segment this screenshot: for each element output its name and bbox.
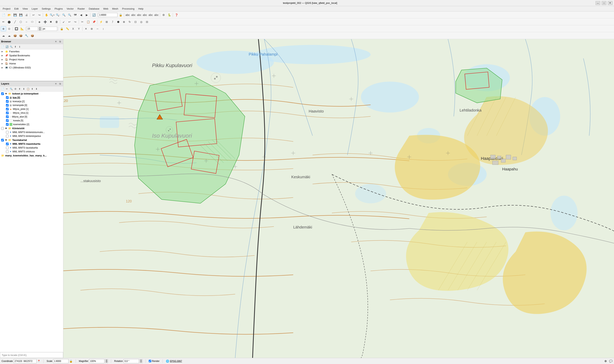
layer-koe[interactable]: ▦ koe [0] [0, 96, 63, 100]
layer-taustakartta-check[interactable] [6, 146, 9, 149]
magnifier-down[interactable]: ▼ [105, 361, 108, 363]
rotation-up[interactable]: ▲ [140, 359, 142, 361]
menu-web[interactable]: Web [101, 7, 110, 11]
lock-scale-btn[interactable]: 🔒 [118, 13, 123, 17]
menu-edit[interactable]: Edit [12, 7, 20, 11]
layer-koesarja[interactable]: ▦ koesarja [2] [0, 100, 63, 103]
layer-wmts-tunnuks[interactable]: ✦ MML WMTS kiinteistotunnuks... [0, 130, 63, 134]
adv-snap-btn[interactable]: 🔲 [14, 26, 19, 31]
render-checkbox[interactable] [149, 360, 151, 362]
layer-liittyva-piste[interactable]: ▲ liittyva_piste [1] [0, 107, 63, 111]
digitize-polygon-btn[interactable]: ⬡ [18, 19, 23, 24]
scale-input[interactable] [98, 13, 117, 17]
layer-liittyva-piste-check[interactable] [6, 108, 9, 110]
layers-up-btn[interactable]: ⬆ [18, 87, 22, 91]
save-as-btn[interactable]: 💾 [18, 13, 23, 17]
group-taustakartat[interactable]: ▼ 📁 Taustakartat [0, 138, 63, 142]
browser-info-btn[interactable]: ℹ [18, 45, 22, 49]
layers-settings-btn[interactable]: ⚙ [14, 87, 17, 91]
delete-feature-btn[interactable]: 🗑 [54, 19, 59, 24]
label-tool5-btn[interactable]: abc [148, 13, 153, 17]
coordinate-input[interactable] [14, 359, 37, 363]
layer-many-koe[interactable]: 📁 many_koemetsikko_has_many_k... [0, 154, 63, 157]
crs-label[interactable]: EPSG:3067 [170, 360, 182, 363]
magnifier-up[interactable]: ▲ [105, 359, 108, 361]
layer-koeala-check[interactable] [6, 119, 9, 122]
layer-taustakartta[interactable]: ✦ MML WMTS taustakartta [0, 146, 63, 150]
layers-collapse-btn[interactable]: ⬆ [30, 87, 34, 91]
zoom-rubber-btn[interactable]: 🔍 [61, 13, 66, 17]
browser-home[interactable]: ▶ 🏠 Home [0, 62, 63, 65]
offset-curve-btn[interactable]: ⤴ [110, 19, 115, 24]
layers-copy-btn[interactable]: 📋 [26, 87, 30, 91]
snap-num-input[interactable]: 15 [27, 27, 38, 31]
rotation-input[interactable] [124, 359, 139, 363]
layer-toimenpide[interactable]: ▦ toimenpide [0] [0, 103, 63, 107]
menu-settings[interactable]: Settings [40, 7, 53, 11]
rotate-btn[interactable]: ↻ [127, 19, 132, 24]
adv-lock-dist-btn[interactable]: 📏 [65, 26, 70, 31]
save-project-btn[interactable]: 💾 [12, 13, 18, 17]
pan-btn[interactable]: ✋ [44, 13, 49, 17]
fill-ring-btn[interactable]: ⊟ [144, 19, 150, 24]
minimize-button[interactable]: — [596, 1, 600, 5]
layer-koemetsikko-check[interactable] [6, 123, 9, 126]
snap-unit-input[interactable]: px [42, 27, 57, 31]
adv-clear-btn[interactable]: ✕ [83, 26, 89, 31]
redo-btn[interactable]: ↪ [37, 13, 42, 17]
adv-angle-lock-btn[interactable]: 📐 [19, 26, 25, 31]
menu-processing[interactable]: Processing [120, 7, 136, 11]
browser-add-btn[interactable]: 📄 [1, 45, 5, 49]
layer-toimenpide-check[interactable] [6, 104, 9, 106]
zoom-layer-btn[interactable]: 🔍 [67, 13, 72, 17]
group-kokeet-check[interactable] [1, 92, 4, 95]
adv-float-btn[interactable]: ⊛ [89, 26, 94, 31]
cut-features-btn[interactable]: ✂ [80, 19, 85, 24]
label-tool4-btn[interactable]: abc [142, 13, 148, 17]
layer-liittyva-viiva[interactable]: — liittyva_viiva [1] [0, 111, 63, 115]
plugin-pkg1-btn[interactable]: 📦 [12, 33, 18, 38]
plugin-cloud2-btn[interactable]: ☁ [7, 33, 12, 38]
maximize-button[interactable]: □ [602, 1, 606, 5]
simplify-btn[interactable]: ⊡ [133, 19, 138, 24]
menu-raster[interactable]: Raster [76, 7, 87, 11]
map-area[interactable]: 120 120 120 [63, 39, 614, 358]
label-tool2-btn[interactable]: abc [131, 13, 136, 17]
browser-filter-btn[interactable]: 🔍 [9, 45, 13, 49]
layers-down-btn[interactable]: ⬇ [22, 87, 26, 91]
layer-koe-check[interactable] [6, 96, 9, 99]
label-tool3-btn[interactable]: abc [137, 13, 142, 17]
reshape-btn[interactable]: ⬢ [115, 19, 121, 24]
num-up-btn[interactable]: ▲ [39, 27, 41, 29]
zoom-in-btn[interactable]: 🔍+ [50, 13, 55, 17]
browser-project-home[interactable]: ▶ 🏠 Project Home [0, 57, 63, 62]
adv-parallel-btn[interactable]: ↔ [95, 26, 100, 31]
ring-btn[interactable]: ◎ [139, 19, 144, 24]
layer-wmts-jaotus[interactable]: ✦ MML WMTS kiinteistojaotus [0, 134, 63, 138]
menu-mesh[interactable]: Mesh [110, 7, 120, 11]
adv-sticky-btn[interactable]: ⊙ [7, 26, 12, 31]
menu-plugins[interactable]: Plugins [53, 7, 65, 11]
scale-status-input[interactable] [53, 359, 69, 363]
menu-database[interactable]: Database [87, 7, 101, 11]
browser-favorites[interactable]: ▶ ⭐ Favorites [0, 50, 63, 53]
plugin-cloud1-btn[interactable]: ☁ [1, 33, 6, 38]
layer-koeala[interactable]: koeala [5] [0, 119, 63, 122]
magnifier-input[interactable] [89, 359, 104, 363]
layers-filter-btn[interactable]: 🔍 [9, 87, 13, 91]
adv-lock-angle-btn[interactable]: 🔒 [59, 26, 64, 31]
edit-toggle-btn[interactable]: ✏ [1, 19, 6, 24]
adv-perp-btn[interactable]: ↕ [101, 26, 106, 31]
layer-maastokartta-check[interactable] [6, 143, 9, 145]
rotation-down[interactable]: ▼ [140, 361, 142, 363]
layers-close-btn[interactable]: ✕ [54, 82, 58, 86]
layer-liittyva-viiva-check[interactable] [6, 112, 9, 114]
vertex-tool-btn[interactable]: ◈ [37, 19, 42, 24]
add-vertex-btn[interactable]: ➕ [42, 19, 48, 24]
adv-lock-x-btn[interactable]: X [70, 26, 76, 31]
layer-liittyva-alue[interactable]: □ liittyva_alue [0] [0, 115, 63, 119]
layer-wmts-tunnuks-check[interactable] [6, 131, 9, 134]
group-kiinteistot[interactable]: ▼ 📁 Kiinteistöt [0, 126, 63, 130]
layer-liittyva-alue-check[interactable] [6, 115, 9, 118]
move-feature-btn[interactable]: ↙ [61, 19, 66, 24]
